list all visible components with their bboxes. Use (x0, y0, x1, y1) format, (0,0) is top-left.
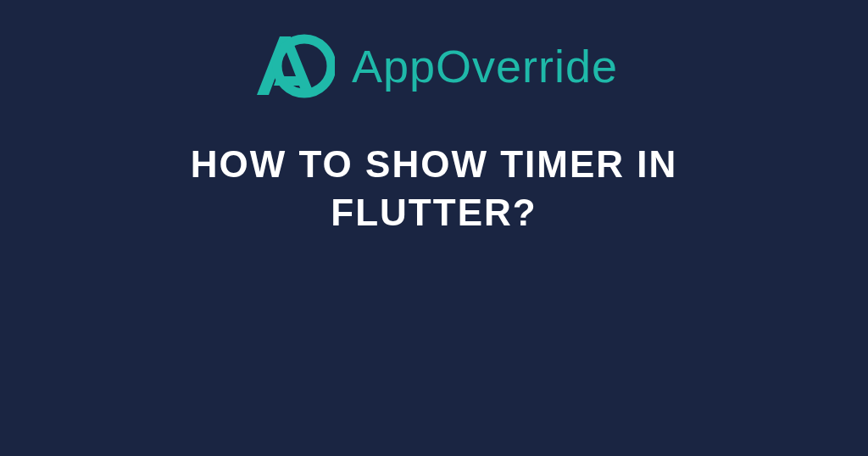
logo-container: AppOverride (250, 30, 618, 102)
logo-icon (250, 30, 335, 102)
page-headline: HOW TO SHOW TIMER IN FLUTTER? (95, 140, 773, 236)
brand-name: AppOverride (352, 40, 618, 92)
